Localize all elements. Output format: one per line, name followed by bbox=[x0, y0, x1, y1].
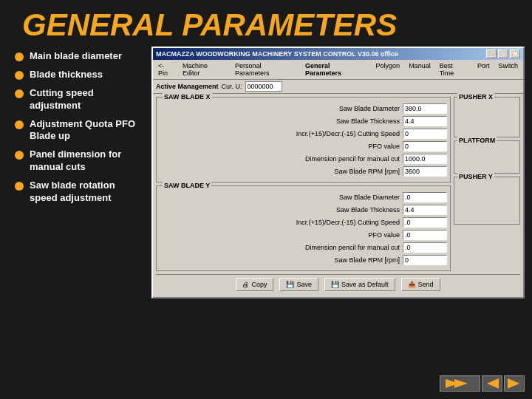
field-label-rpm-x: Saw Blade RPM [rpm] bbox=[160, 168, 400, 175]
field-input-cutting-x[interactable] bbox=[403, 129, 447, 139]
copy-icon: 🖨 bbox=[242, 281, 249, 288]
saw-blade-x-group: SAW BLADE X Saw Blade Diameter Saw Blade… bbox=[156, 97, 451, 183]
menu-item-manual[interactable]: Manual bbox=[405, 61, 434, 78]
bullet-text: Saw blade rotation speed adjustment bbox=[30, 180, 137, 205]
toolbar-field-label: Cur. U: bbox=[222, 83, 242, 90]
save-icon: 💾 bbox=[286, 281, 294, 288]
saw-blade-y-group: SAW BLADE Y Saw Blade Diameter Saw Blade… bbox=[156, 185, 451, 271]
menu-item-polygon[interactable]: Polygon bbox=[372, 61, 404, 78]
list-item: Main blade diameter bbox=[15, 50, 137, 63]
dialog-title: MACMAZZA WOODWORKING MACHINERY SYSTEM CO… bbox=[156, 50, 398, 58]
bullet-dot bbox=[15, 120, 24, 129]
bullet-text: Panel dimension for manual cuts bbox=[30, 149, 137, 174]
nav-forward-button[interactable] bbox=[440, 375, 480, 392]
field-row: Dimension pencil for manual cut bbox=[160, 154, 447, 164]
page-container: GENERAL PARAMETERS Main blade diameter B… bbox=[0, 0, 532, 399]
menu-item-machine-editor[interactable]: Machine Editor bbox=[179, 61, 230, 78]
pusher-y-group: PUSHER Y bbox=[454, 177, 520, 225]
field-input-dim-y[interactable] bbox=[403, 242, 447, 253]
minimize-button[interactable]: _ bbox=[486, 50, 497, 58]
pusher-x-label: PUSHER X bbox=[457, 93, 494, 100]
field-input-rpm-x[interactable] bbox=[403, 166, 447, 177]
save-button[interactable]: 💾 Save bbox=[279, 278, 318, 291]
win-menu: <-Pin Machine Editor Personal Parameters… bbox=[153, 60, 523, 80]
maximize-button[interactable]: □ bbox=[498, 50, 508, 58]
nav-next-button[interactable] bbox=[504, 375, 525, 392]
win-footer: 🖨 Copy 💾 Save 💾 Save as Default 📤 Send bbox=[156, 274, 520, 294]
field-label-thickness-x: Saw Blade Thickness bbox=[160, 117, 400, 125]
nav-arrows bbox=[440, 375, 525, 392]
platform-group: PLATFORM bbox=[454, 140, 520, 174]
list-item: Adjustment Quota PFO Blade up bbox=[15, 118, 137, 143]
field-input-diameter-y[interactable] bbox=[403, 192, 447, 202]
send-icon: 📤 bbox=[408, 281, 416, 288]
copy-button[interactable]: 🖨 Copy bbox=[236, 278, 273, 291]
field-row: Saw Blade RPM [rpm] bbox=[160, 255, 447, 265]
bullet-dot bbox=[15, 71, 24, 80]
field-input-thickness-y[interactable] bbox=[403, 205, 447, 215]
menu-item-best-time[interactable]: Best Time bbox=[436, 61, 472, 78]
save-default-icon: 💾 bbox=[331, 281, 339, 288]
send-button[interactable]: 📤 Send bbox=[401, 278, 440, 291]
field-input-thickness-x[interactable] bbox=[403, 116, 447, 126]
field-row: PFO value bbox=[160, 230, 447, 240]
field-row: Incr.(+15)/Decr.(-15) Cutting Speed bbox=[160, 129, 447, 139]
field-label-diameter-x: Saw Blade Diameter bbox=[160, 105, 400, 112]
field-input-pfo-x[interactable] bbox=[403, 141, 447, 151]
field-label-cutting-y: Incr.(+15)/Decr.(-15) Cutting Speed bbox=[160, 219, 400, 226]
platform-label: PLATFORM bbox=[457, 137, 497, 144]
menu-item-general-params[interactable]: General Parameters bbox=[301, 61, 371, 78]
field-label-cutting-x: Incr.(+15)/Decr.(-15) Cutting Speed bbox=[160, 130, 400, 137]
close-button[interactable]: ✕ bbox=[510, 50, 520, 58]
bullet-text: Main blade diameter bbox=[30, 50, 122, 63]
field-label-pfo-y: PFO value bbox=[160, 231, 400, 239]
pusher-x-group: PUSHER X bbox=[454, 97, 520, 137]
bullet-list: Main blade diameter Blade thickness Cutt… bbox=[7, 47, 144, 299]
field-row: Saw Blade Thickness bbox=[160, 205, 447, 215]
panels-right: PUSHER X PLATFORM PUSHER Y bbox=[454, 97, 520, 274]
field-row: Dimension pencil for manual cut bbox=[160, 242, 447, 253]
field-label-dim-y: Dimension pencil for manual cut bbox=[160, 244, 400, 251]
bullet-dot bbox=[15, 182, 24, 191]
field-label-diameter-y: Saw Blade Diameter bbox=[160, 194, 400, 201]
svg-marker-3 bbox=[508, 378, 519, 389]
win-body-inner: SAW BLADE X Saw Blade Diameter Saw Blade… bbox=[156, 97, 520, 274]
win-dialog: MACMAZZA WOODWORKING MACHINERY SYSTEM CO… bbox=[151, 47, 525, 299]
field-row: Incr.(+15)/Decr.(-15) Cutting Speed bbox=[160, 217, 447, 228]
saw-blade-y-label: SAW BLADE Y bbox=[163, 182, 211, 189]
bullet-text: Adjustment Quota PFO Blade up bbox=[30, 118, 137, 143]
field-row: PFO value bbox=[160, 141, 447, 151]
bullet-text: Blade thickness bbox=[30, 69, 103, 81]
field-row: Saw Blade RPM [rpm] bbox=[160, 166, 447, 177]
field-input-rpm-y[interactable] bbox=[403, 255, 447, 265]
win-body: SAW BLADE X Saw Blade Diameter Saw Blade… bbox=[153, 94, 523, 297]
field-input-diameter-x[interactable] bbox=[403, 103, 447, 114]
toolbar-label: Active Management bbox=[156, 83, 219, 90]
field-row: Saw Blade Diameter bbox=[160, 103, 447, 114]
field-input-dim-x[interactable] bbox=[403, 154, 447, 164]
svg-marker-1 bbox=[454, 379, 468, 388]
field-input-cutting-y[interactable] bbox=[403, 217, 447, 228]
bullet-text: Cutting speed adjustment bbox=[30, 87, 137, 112]
bullet-dot bbox=[15, 151, 24, 160]
menu-item-personal-params[interactable]: Personal Parameters bbox=[231, 61, 300, 78]
svg-marker-2 bbox=[487, 378, 499, 389]
field-row: Saw Blade Diameter bbox=[160, 192, 447, 202]
menu-item-pin[interactable]: <-Pin bbox=[154, 61, 177, 78]
saw-blade-x-label: SAW BLADE X bbox=[163, 93, 212, 100]
field-row: Saw Blade Thickness bbox=[160, 116, 447, 126]
nav-prev-button[interactable] bbox=[482, 375, 502, 392]
pusher-y-label: PUSHER Y bbox=[457, 173, 494, 180]
list-item: Saw blade rotation speed adjustment bbox=[15, 180, 137, 205]
menu-item-port[interactable]: Port bbox=[474, 61, 494, 78]
content-area: Main blade diameter Blade thickness Cutt… bbox=[0, 47, 532, 299]
field-input-pfo-y[interactable] bbox=[403, 230, 447, 240]
list-item: Panel dimension for manual cuts bbox=[15, 149, 137, 174]
toolbar-field-input[interactable] bbox=[245, 81, 282, 92]
save-default-button[interactable]: 💾 Save as Default bbox=[324, 278, 395, 291]
menu-item-switch[interactable]: Switch bbox=[495, 61, 522, 78]
win-titlebar: MACMAZZA WOODWORKING MACHINERY SYSTEM CO… bbox=[153, 48, 523, 60]
bullet-dot bbox=[15, 52, 24, 61]
win-toolbar: Active Management Cur. U: bbox=[153, 80, 523, 94]
field-label-dim-x: Dimension pencil for manual cut bbox=[160, 155, 400, 163]
